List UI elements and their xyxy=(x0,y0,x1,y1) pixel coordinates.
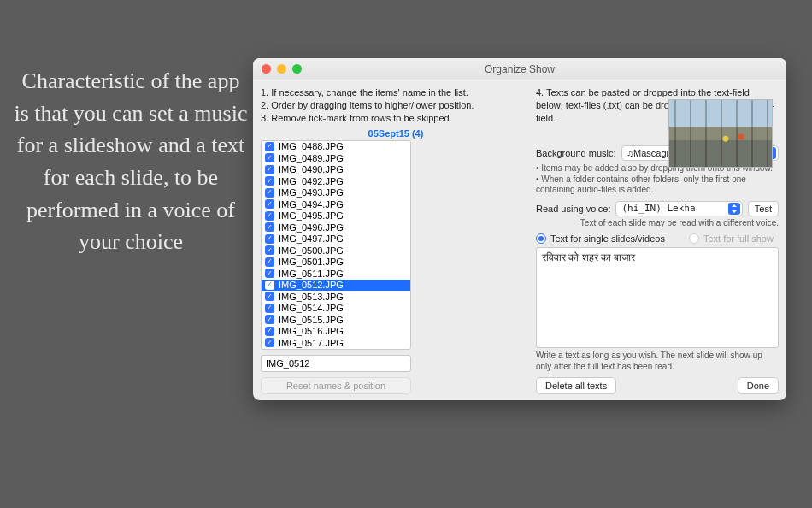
list-item-label: IMG_0488.JPG xyxy=(279,141,344,151)
list-item[interactable]: ✓IMG_0494.JPG xyxy=(262,198,410,210)
file-list[interactable]: ✓IMG_0488.JPG✓IMG_0489.JPG✓IMG_0490.JPG✓… xyxy=(261,140,411,350)
slide-text-hint: Write a text as long as you wish. The ne… xyxy=(536,351,779,372)
marketing-copy: Characteristic of the app is that you ca… xyxy=(12,65,250,258)
list-item[interactable]: ✓IMG_0497.JPG xyxy=(262,233,410,245)
list-item[interactable]: ✓IMG_0500.JPG xyxy=(262,245,410,257)
list-item[interactable]: ✓IMG_0495.JPG xyxy=(262,210,410,222)
list-item-label: IMG_0493.JPG xyxy=(279,187,344,198)
window-title: Organize Show xyxy=(485,63,555,75)
slide-text-input[interactable]: रविवार को शहर का बाजार xyxy=(536,247,779,348)
checkbox-icon[interactable]: ✓ xyxy=(265,211,274,221)
list-item-label: IMG_0513.JPG xyxy=(279,292,344,302)
checkbox-icon[interactable]: ✓ xyxy=(265,292,274,301)
checkbox-icon[interactable]: ✓ xyxy=(265,142,274,151)
list-header: 05Sept15 (4) xyxy=(261,128,531,139)
titlebar: Organize Show xyxy=(253,58,786,80)
voice-value: (hi_IN) Lekha xyxy=(621,203,727,214)
voice-hint: Text of each slide may be read with a di… xyxy=(536,218,779,229)
checkbox-icon[interactable]: ✓ xyxy=(265,281,274,290)
voice-select[interactable]: (hi_IN) Lekha xyxy=(615,201,742,216)
radio-single-label: Text for single slides/videos xyxy=(550,233,665,244)
list-item-label: IMG_0497.JPG xyxy=(279,233,344,244)
checkbox-icon[interactable]: ✓ xyxy=(265,257,274,267)
list-item-label: IMG_0489.JPG xyxy=(279,153,344,163)
instruction-line: 1. If necessary, change the items' name … xyxy=(261,86,531,99)
checkbox-icon[interactable]: ✓ xyxy=(265,234,274,244)
chevron-updown-icon xyxy=(728,203,740,215)
left-pane: 1. If necessary, change the items' name … xyxy=(253,80,531,400)
checkbox-icon[interactable]: ✓ xyxy=(265,245,274,255)
list-item[interactable]: ✓IMG_0516.JPG xyxy=(262,326,410,338)
list-item[interactable]: ✓IMG_0515.JPG xyxy=(262,314,410,326)
list-item-label: IMG_0511.JPG xyxy=(279,269,344,279)
checkbox-icon[interactable]: ✓ xyxy=(265,269,274,278)
list-item-label: IMG_0490.JPG xyxy=(279,164,344,174)
checkbox-icon[interactable]: ✓ xyxy=(265,327,274,336)
list-item-label: IMG_0517.JPG xyxy=(279,338,344,348)
checkbox-icon[interactable]: ✓ xyxy=(265,222,274,232)
list-item-label: IMG_0492.JPG xyxy=(279,176,344,186)
checkbox-icon[interactable]: ✓ xyxy=(265,304,274,313)
radio-full-show[interactable]: Text for full show xyxy=(689,233,774,244)
list-item-label: IMG_0514.JPG xyxy=(279,303,344,313)
instructions-left: 1. If necessary, change the items' name … xyxy=(261,86,531,125)
list-item[interactable]: ✓IMG_0513.JPG xyxy=(262,291,410,303)
list-item[interactable]: ✓IMG_0511.JPG xyxy=(262,268,410,280)
close-icon[interactable] xyxy=(262,64,271,74)
window-controls xyxy=(262,64,302,74)
list-item[interactable]: ✓IMG_0488.JPG xyxy=(262,141,410,153)
list-item[interactable]: ✓IMG_0490.JPG xyxy=(262,164,410,176)
list-item[interactable]: ✓IMG_0501.JPG xyxy=(262,257,410,269)
list-item[interactable]: ✓IMG_0492.JPG xyxy=(262,175,410,187)
list-item-label: IMG_0496.JPG xyxy=(279,222,344,233)
list-item[interactable]: ✓IMG_0514.JPG xyxy=(262,303,410,315)
done-button[interactable]: Done xyxy=(738,377,779,394)
bg-music-hint: • When a folder contains other folders, … xyxy=(536,174,779,196)
test-voice-button[interactable]: Test xyxy=(748,201,779,216)
instruction-line: 2. Order by dragging items to higher/low… xyxy=(261,99,531,112)
list-item-label: IMG_0494.JPG xyxy=(279,199,344,210)
checkbox-icon[interactable]: ✓ xyxy=(265,165,274,174)
list-item-label: IMG_0512.JPG xyxy=(279,280,344,290)
checkbox-icon[interactable]: ✓ xyxy=(265,153,274,162)
radio-dot-icon xyxy=(689,233,699,244)
list-item-label: IMG_0495.JPG xyxy=(279,210,344,221)
list-item-label: IMG_0516.JPG xyxy=(279,326,344,336)
checkbox-icon[interactable]: ✓ xyxy=(265,176,274,186)
list-item[interactable]: ✓IMG_0493.JPG xyxy=(262,187,410,199)
bg-music-label: Background music: xyxy=(536,148,616,158)
instruction-line: 3. Remove tick-mark from rows to be skip… xyxy=(261,112,531,125)
list-item[interactable]: ✓IMG_0518.JPG xyxy=(262,349,410,350)
reset-names-button[interactable]: Reset names & position xyxy=(261,377,411,394)
radio-dot-icon xyxy=(536,233,546,244)
list-item[interactable]: ✓IMG_0489.JPG xyxy=(262,152,410,164)
list-item-label: IMG_0501.JPG xyxy=(279,257,344,267)
list-item[interactable]: ✓IMG_0517.JPG xyxy=(262,337,410,349)
list-item[interactable]: ✓IMG_0496.JPG xyxy=(262,222,410,233)
organize-show-window: Organize Show 1. If necessary, change th… xyxy=(253,58,786,400)
checkbox-icon[interactable]: ✓ xyxy=(265,338,274,347)
item-name-field[interactable] xyxy=(261,355,411,372)
list-item-label: IMG_0515.JPG xyxy=(279,315,344,325)
delete-all-texts-button[interactable]: Delete all texts xyxy=(536,377,616,394)
radio-full-label: Text for full show xyxy=(703,233,774,244)
slide-thumbnail xyxy=(668,99,773,168)
radio-single-slide[interactable]: Text for single slides/videos xyxy=(536,233,665,244)
zoom-icon[interactable] xyxy=(292,64,302,74)
minimize-icon[interactable] xyxy=(277,64,286,74)
checkbox-icon[interactable]: ✓ xyxy=(265,188,274,198)
list-item-label: IMG_0500.JPG xyxy=(279,245,344,256)
checkbox-icon[interactable]: ✓ xyxy=(265,199,274,209)
voice-label: Read using voice: xyxy=(536,204,610,214)
music-note-icon xyxy=(627,148,634,158)
checkbox-icon[interactable]: ✓ xyxy=(265,315,274,324)
list-item[interactable]: ✓IMG_0512.JPG xyxy=(262,280,410,292)
